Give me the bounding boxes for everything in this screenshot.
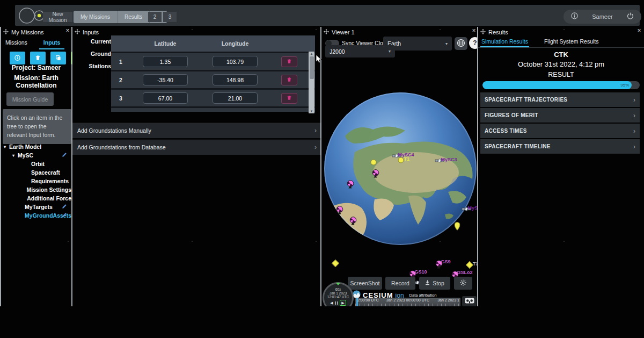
close-icon[interactable]: × (636, 27, 642, 34)
tab-inputs[interactable]: Inputs (39, 37, 65, 49)
user-name[interactable]: Sameer (592, 13, 613, 20)
vr-mode-button[interactable] (462, 296, 477, 306)
result-section-row[interactable]: SPACECRAFT TIMELINE › (480, 139, 640, 154)
help-button[interactable]: ? (469, 37, 477, 49)
power-icon[interactable] (627, 12, 634, 21)
stop-button[interactable]: Stop (419, 277, 450, 290)
mission-guide-button[interactable]: Mission Guide (6, 92, 54, 106)
clock-rate: 60x (324, 287, 352, 291)
table-scrollbar[interactable]: ▲ ▼ (309, 52, 314, 113)
accordion-row[interactable]: Add Groundstations Manually › (72, 122, 321, 138)
delete-station-button[interactable] (281, 56, 297, 67)
step-back-button[interactable]: ◀ (330, 300, 333, 305)
globe-marker[interactable]: MySC3 (435, 158, 444, 164)
edit-pencil-icon[interactable] (62, 204, 67, 210)
timeline-bar[interactable]: 2:00:00 UTC Jan 2 2023 00:00:00 UTC Jan … (355, 298, 460, 306)
globe-marker[interactable]: GS9 (435, 260, 443, 269)
earth-globe[interactable]: MySC4 T1 (324, 92, 477, 246)
longitude-input[interactable] (213, 92, 258, 104)
tab-missions[interactable]: Missions (1, 37, 32, 49)
tree-item[interactable]: MyGroundAssets (1, 211, 71, 220)
edit-pencil-icon[interactable] (62, 212, 67, 219)
mission-info-button[interactable] (10, 52, 25, 64)
pause-button[interactable] (335, 301, 338, 305)
edit-pencil-icon[interactable] (62, 152, 67, 159)
map-pin-icon (455, 222, 460, 231)
marker-label: GSLo2 (457, 270, 473, 275)
globe-marker[interactable]: MySC2 (462, 206, 471, 212)
move-icon[interactable] (75, 29, 80, 35)
my-missions-panel: My Missions × Missions Inputs Project: S… (0, 27, 71, 306)
globe-marker[interactable] (347, 180, 355, 189)
globe-marker[interactable] (333, 261, 338, 266)
trash-icon (287, 57, 292, 66)
close-icon[interactable]: × (471, 27, 477, 34)
marker-label: GS10 (415, 269, 427, 275)
scroll-down-icon[interactable]: ▼ (309, 110, 314, 113)
globe-view-button[interactable] (455, 37, 467, 50)
top-bar: New Mission My Missions Results 1 2 3 Sa… (15, 5, 640, 26)
panel-title: My Missions (11, 29, 44, 35)
scroll-up-icon[interactable]: ▲ (309, 52, 314, 55)
latitude-input[interactable] (143, 92, 188, 104)
tree-item[interactable]: ▾ Earth Model (1, 142, 71, 151)
delete-station-button[interactable] (281, 75, 297, 85)
scroll-thumb[interactable] (310, 56, 314, 79)
new-mission-button[interactable]: New Mission (43, 12, 72, 22)
mission-copy-button[interactable] (50, 52, 66, 64)
move-icon[interactable] (3, 29, 9, 35)
result-section-row[interactable]: FIGURES OF MERIT › (480, 108, 640, 123)
tab-flight-system-results[interactable]: Flight System Results (543, 36, 600, 47)
accordion-row[interactable]: Add Groundstations from Database › (72, 139, 321, 155)
nav-my-missions[interactable]: My Missions (74, 11, 117, 23)
delete-station-button[interactable] (281, 93, 297, 104)
viewer-settings-button[interactable] (454, 277, 472, 290)
mission-label: Mission: Earth Constellation (1, 74, 71, 89)
result-section-row[interactable]: ACCESS TIMES › (480, 124, 640, 138)
globe-marker[interactable] (455, 222, 460, 231)
vr-goggles-icon (465, 297, 474, 305)
nav-results[interactable]: Results (118, 11, 149, 23)
tab-simulation-results[interactable]: Simulation Results (480, 36, 529, 47)
data-attribution-link[interactable]: Data attribution (409, 293, 437, 298)
globe-marker[interactable] (336, 206, 344, 214)
tree-item[interactable]: Spacecraft (1, 168, 71, 177)
move-icon[interactable] (324, 29, 329, 35)
globe-marker[interactable] (349, 217, 357, 225)
result-tab-3[interactable]: 3 (163, 12, 177, 22)
close-icon[interactable]: × (64, 27, 71, 34)
result-tab-2[interactable]: 2 (148, 12, 162, 22)
globe-marker[interactable] (372, 169, 380, 178)
screenshot-button[interactable]: ScreenShot (348, 277, 382, 290)
group-label: Current Ground Stations (74, 35, 111, 73)
result-section-row[interactable]: SPACECRAFT TRAJECTORIES › (480, 92, 640, 107)
tree-item[interactable]: MyTargets (1, 203, 71, 211)
longitude-input[interactable] (213, 56, 258, 67)
latitude-input[interactable] (143, 74, 188, 85)
frame-select[interactable]: J2000 ▾ (325, 45, 395, 57)
mission-delete-button[interactable] (30, 52, 46, 64)
record-button[interactable]: Record (385, 277, 415, 290)
longitude-input[interactable] (213, 74, 258, 85)
tree-item[interactable]: Requirements (1, 177, 71, 185)
tree-item[interactable]: Additional Force (1, 194, 71, 203)
tree-item[interactable]: Mission Settings (1, 185, 71, 194)
globe-marker[interactable]: T3 (467, 262, 472, 268)
play-button[interactable]: ▶ (340, 300, 346, 306)
globe-marker[interactable]: T1 (398, 157, 404, 163)
latitude-input[interactable] (143, 56, 188, 67)
move-icon[interactable] (480, 29, 486, 35)
chevron-right-icon: › (633, 143, 635, 150)
station-rows: 1 2 (111, 52, 315, 106)
info-icon[interactable] (571, 12, 578, 21)
col-latitude: Latitude (130, 40, 200, 47)
progress-percent: 95% (620, 83, 632, 88)
trash-icon (35, 54, 41, 62)
diamond-marker-icon (332, 260, 339, 267)
groundstation-dish-icon (347, 180, 355, 189)
tree-item[interactable]: Orbit (1, 160, 71, 168)
globe-marker[interactable] (371, 160, 377, 166)
groundstations-table: Latitude Longitude 1 (111, 35, 315, 112)
marker-label: GS9 (441, 259, 451, 264)
tree-item[interactable]: ▾ MySC (1, 151, 71, 160)
